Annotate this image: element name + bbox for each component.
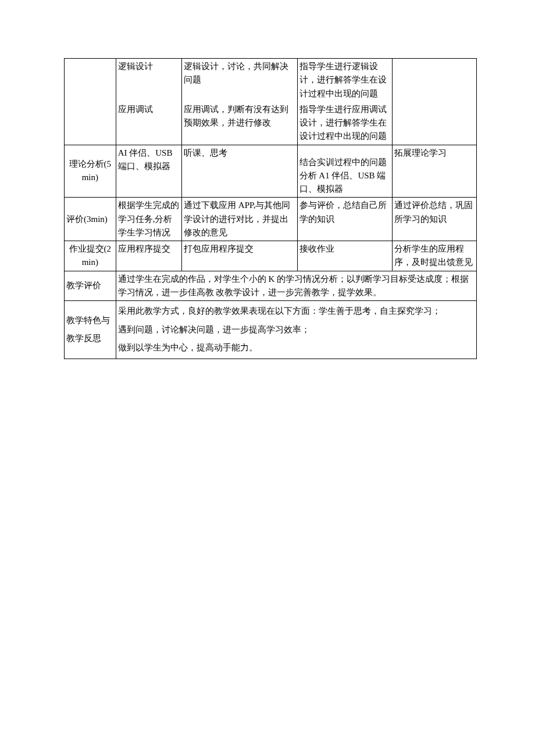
table-row: 作业提交(2min) 应用程序提交 打包应用程序提交 接收作业 分析学生的应用程… [65, 241, 477, 271]
cell-teacher: 接收作业 [297, 241, 392, 271]
cell-stage: 评价(3min) [65, 198, 116, 241]
table-row: 应用调试 应用调试，判断有没有达到预期效果，并进行修改 指导学生进行应用调试设计… [65, 102, 477, 145]
cell-content: 逻辑设计 [116, 59, 181, 102]
cell-merged: 采用此教学方式，良好的教学效果表现在以下方面：学生善于思考，自主探究学习； 遇到… [116, 301, 476, 359]
cell-student: 逻辑设计，讨论，共同解决问题 [182, 59, 298, 102]
cell-stage [65, 59, 116, 102]
cell-intent [392, 59, 476, 102]
table-row: 教学特色与教学反思 采用此教学方式，良好的教学效果表现在以下方面：学生善于思考，… [65, 301, 477, 359]
lesson-table: 逻辑设计 逻辑设计，讨论，共同解决问题 指导学生进行逻辑设计，进行解答学生在设计… [64, 58, 477, 359]
cell-student: 打包应用程序提交 [182, 241, 298, 271]
table-row: 教学评价 通过学生在完成的作品，对学生个小的 K 的学习情况分析；以判断学习目标… [65, 271, 477, 301]
cell-merged: 通过学生在完成的作品，对学生个小的 K 的学习情况分析；以判断学习目标受达成度；… [116, 271, 476, 301]
cell-intent [392, 102, 476, 145]
cell-teacher: 结合实训过程中的问题分析 A1 伴侣、USB 端口、模拟器 [297, 145, 392, 198]
cell-teacher: 参与评价，总结自己所学的知识 [297, 198, 392, 241]
cell-stage: 作业提交(2min) [65, 241, 116, 271]
cell-stage: 理论分析(5min) [65, 145, 116, 198]
cell-student: 通过下载应用 APP,与其他同学设计的进行对比，并提出修改的意见 [182, 198, 298, 241]
cell-intent: 分析学生的应用程序，及时提出馈意见 [392, 241, 476, 271]
reflection-line: 做到以学生为中心，提高动手能力。 [118, 339, 475, 357]
table-row: 评价(3min) 根据学生完成的学习任务,分析学生学习情况 通过下载应用 APP… [65, 198, 477, 241]
cell-content: 应用程序提交 [116, 241, 181, 271]
cell-content: 应用调试 [116, 102, 181, 145]
cell-teacher: 指导学生进行逻辑设计，进行解答学生在设计过程中出现的问题 [297, 59, 392, 102]
cell-student: 听课、思考 [182, 145, 298, 198]
cell-content: 根据学生完成的学习任务,分析学生学习情况 [116, 198, 181, 241]
cell-intent: 拓展理论学习 [392, 145, 476, 198]
cell-student: 应用调试，判断有没有达到预期效果，并进行修改 [182, 102, 298, 145]
cell-stage [65, 102, 116, 145]
cell-intent: 通过评价总结，巩固所学习的知识 [392, 198, 476, 241]
cell-teacher: 指导学生进行应用调试设计，进行解答学生在设计过程中出现的问题 [297, 102, 392, 145]
table-row: 逻辑设计 逻辑设计，讨论，共同解决问题 指导学生进行逻辑设计，进行解答学生在设计… [65, 59, 477, 102]
reflection-line: 采用此教学方式，良好的教学效果表现在以下方面：学生善于思考，自主探究学习； [118, 302, 475, 321]
cell-stage: 教学评价 [65, 271, 116, 301]
cell-content: AI 伴侣、USB 端口、模拟器 [116, 145, 181, 198]
table-row: 理论分析(5min) AI 伴侣、USB 端口、模拟器 听课、思考 结合实训过程… [65, 145, 477, 198]
cell-stage: 教学特色与教学反思 [65, 301, 116, 359]
reflection-line: 遇到问题，讨论解决问题，进一步提高学习效率； [118, 321, 475, 339]
